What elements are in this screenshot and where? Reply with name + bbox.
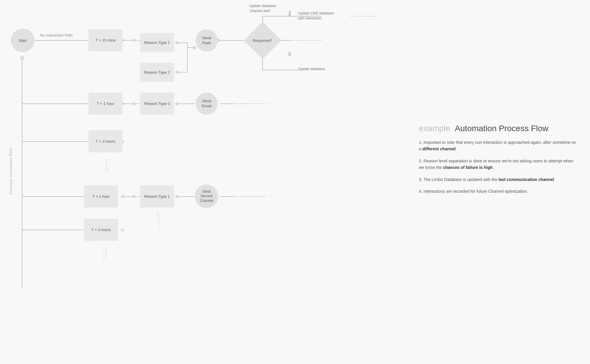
vertical-dots-top2: ⋮: [105, 167, 112, 174]
update-cms-label: Update CMS databasewith interaction: [298, 11, 334, 21]
reason2-node: Reason Type 2: [140, 63, 174, 82]
main-title-word: Automation Process Flow: [455, 124, 548, 133]
reason2-label: Reason Type 2: [144, 70, 170, 75]
example-word: example: [419, 124, 450, 133]
vertical-dots-reason-bottom: ⋮: [156, 213, 162, 220]
svg-point-41: [176, 71, 178, 73]
send-second-node: Send Second Channel: [195, 185, 218, 208]
svg-point-42: [176, 103, 178, 105]
send-second-label: Send Second Channel: [200, 190, 213, 203]
previous-interaction-label: Previous Interaction Path: [9, 94, 13, 195]
update-db-sent-label: Update database'channel sent': [249, 4, 276, 14]
dots-top-right: . . . . . . . . . . . . . . . . . .: [348, 36, 413, 45]
start-label: Start: [19, 38, 27, 43]
info-point-3: 3. The Limbo Database is updated with th…: [419, 176, 578, 183]
info-point-4: 4. Interactions are recorded for future …: [419, 188, 578, 195]
diagram-area: Start No Interaction Path T + 15 mins Re…: [0, 0, 413, 364]
update-db-label: Update database: [298, 67, 325, 72]
response-node: Response?: [244, 22, 281, 59]
svg-point-40: [176, 42, 178, 44]
vertical-dots-top: ⋮: [105, 158, 112, 165]
info-point-1: 1. Important to note that every non-inte…: [419, 139, 578, 152]
svg-point-38: [121, 229, 124, 231]
svg-point-34: [133, 195, 135, 198]
no-label: No: [288, 52, 292, 56]
t1hour-bottom-node: T + 1 hour: [84, 185, 118, 207]
svg-point-47: [21, 56, 24, 59]
dots-send-email: . . . . . . . . . . . . .: [221, 100, 272, 105]
response-label: Response?: [253, 38, 272, 43]
t3hours-bottom-label: T + 3 hours: [91, 228, 111, 232]
svg-point-32: [133, 39, 135, 42]
t1hour-top-node: T + 1 hour: [88, 93, 122, 115]
info-point-2: 2. Reason level separation is done to en…: [419, 158, 578, 171]
info-title: example Automation Process Flow: [419, 124, 578, 133]
send-push-node: Send Push: [196, 29, 218, 52]
t3hours-top-node: T + 3 hours: [88, 130, 122, 152]
no-interaction-path-label: No Interaction Path: [40, 33, 73, 37]
diagram-lines: [0, 0, 413, 364]
reason3-node: Reason Type 3: [140, 93, 174, 115]
t15mins-node: T + 15 mins: [88, 29, 122, 51]
reason1-top-node: Reason Type 1: [140, 33, 174, 52]
send-email-node: Send Email: [196, 93, 218, 115]
vertical-dots-reason-bottom2: ⋮: [156, 222, 162, 229]
vertical-dots-bottom2: ⋮: [101, 255, 107, 262]
start-node: Start: [11, 29, 35, 52]
svg-point-33: [133, 103, 135, 105]
reason1-bottom-label: Reason Type 1: [144, 194, 170, 199]
info-panel: example Automation Process Flow 1. Impor…: [419, 124, 578, 200]
send-push-label: Send Push: [202, 36, 211, 46]
reason1-bottom-node: Reason Type 1: [140, 185, 174, 207]
t3hours-bottom-node: T + 3 hours: [84, 219, 118, 241]
t1hour-bottom-label: T + 1 hour: [92, 194, 110, 199]
svg-point-43: [176, 195, 178, 198]
reason1-top-label: Reason Type 1: [144, 40, 170, 45]
t15mins-label: T + 15 mins: [95, 38, 115, 42]
t1hour-top-label: T + 1 hour: [97, 101, 114, 106]
svg-point-37: [121, 195, 124, 198]
svg-point-44: [194, 47, 196, 49]
reason3-label: Reason Type 3: [144, 101, 170, 106]
t3hours-top-label: T + 3 hours: [96, 139, 115, 144]
send-email-label: Send Email: [202, 99, 212, 109]
yes-label: Yes: [288, 11, 292, 17]
vertical-dots-bottom: ⋮: [101, 246, 107, 253]
dots-send-second: . . . . . . . . . . . . .: [222, 193, 273, 198]
